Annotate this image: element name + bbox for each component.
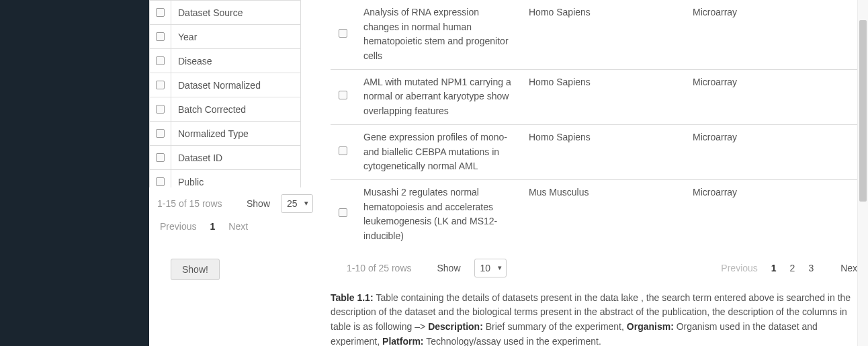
filter-pagesize-select[interactable]: 25 — [281, 194, 313, 213]
cell-description: AML with mutated NPM1 carrying a normal … — [355, 69, 521, 124]
table-row: Musashi 2 regulates normal hematopoiesis… — [331, 179, 863, 249]
data-page-1[interactable]: 1 — [771, 263, 777, 273]
filter-label: Year — [171, 26, 204, 48]
filter-row: Batch Corrected — [150, 97, 300, 122]
filter-checkbox[interactable] — [156, 32, 165, 41]
filter-checkbox[interactable] — [156, 8, 165, 17]
filter-label: Normalized Type — [171, 123, 255, 144]
table-row: Analysis of RNA expression changes in no… — [331, 0, 863, 69]
dataset-table: Analysis of RNA expression changes in no… — [331, 0, 863, 249]
cell-description: Analysis of RNA expression changes in no… — [355, 0, 521, 69]
page-scrollbar-thumb[interactable] — [859, 20, 867, 202]
filter-row: Year — [150, 25, 300, 49]
filter-show-label: Show — [247, 198, 270, 209]
page-scrollbar[interactable] — [857, 0, 868, 346]
data-rows-info: 1-10 of 25 rows — [347, 263, 412, 273]
filter-label: Dataset Normalized — [171, 75, 267, 96]
filter-row: Dataset Source — [150, 1, 300, 25]
show-button[interactable]: Show! — [171, 259, 220, 280]
filter-page-current: 1 — [210, 221, 215, 232]
row-checkbox[interactable] — [339, 208, 347, 217]
filter-label: Dataset Source — [171, 2, 250, 24]
cell-description: Musashi 2 regulates normal hematopoiesis… — [355, 179, 521, 249]
table-row: Gene expression profiles of mono- and bi… — [331, 124, 863, 179]
data-pagesize-select[interactable]: 10 — [474, 259, 507, 277]
row-checkbox[interactable] — [339, 91, 347, 99]
row-checkbox[interactable] — [339, 29, 347, 38]
data-page-2[interactable]: 2 — [790, 263, 795, 273]
filter-checkbox[interactable] — [156, 105, 165, 114]
cell-platform: Microarray — [685, 69, 863, 124]
filter-row: Dataset ID — [150, 146, 300, 170]
cell-platform: Microarray — [685, 179, 863, 249]
cell-organism: Mus Musculus — [521, 179, 685, 249]
data-prev[interactable]: Previous — [721, 263, 757, 273]
filter-rows-info: 1-15 of 15 rows — [157, 198, 222, 209]
filter-row: Normalized Type — [150, 122, 300, 146]
filter-label: Batch Corrected — [171, 99, 253, 120]
filter-next[interactable]: Next — [228, 221, 248, 232]
cell-organism: Homo Sapiens — [521, 124, 685, 179]
data-show-label: Show — [437, 263, 461, 273]
cell-platform: Microarray — [685, 0, 863, 69]
data-page-3[interactable]: 3 — [808, 263, 814, 273]
filter-checkbox[interactable] — [156, 153, 165, 162]
cell-organism: Homo Sapiens — [521, 0, 685, 69]
filter-label: Dataset ID — [171, 147, 229, 169]
cell-description: Gene expression profiles of mono- and bi… — [355, 124, 521, 179]
filter-checkbox[interactable] — [156, 129, 165, 138]
row-checkbox[interactable] — [339, 146, 347, 155]
filter-checkbox[interactable] — [156, 56, 165, 65]
filter-checkbox[interactable] — [156, 177, 165, 186]
filter-prev[interactable]: Previous — [160, 221, 196, 232]
filter-list[interactable]: Dataset SourceYearDiseaseDataset Normali… — [150, 1, 300, 187]
left-rail — [0, 0, 149, 346]
filter-label: Disease — [171, 50, 219, 72]
table-row: AML with mutated NPM1 carrying a normal … — [331, 69, 863, 124]
cell-organism: Homo Sapiens — [521, 69, 685, 124]
filter-row: Dataset Normalized — [150, 73, 300, 97]
filter-checkbox[interactable] — [156, 81, 165, 89]
filter-row: Disease — [150, 49, 300, 73]
table-caption: Table 1.1: Table containing the details … — [331, 277, 863, 346]
cell-platform: Microarray — [685, 124, 863, 179]
filter-row: Public — [150, 170, 300, 187]
filter-label: Public — [171, 171, 210, 188]
